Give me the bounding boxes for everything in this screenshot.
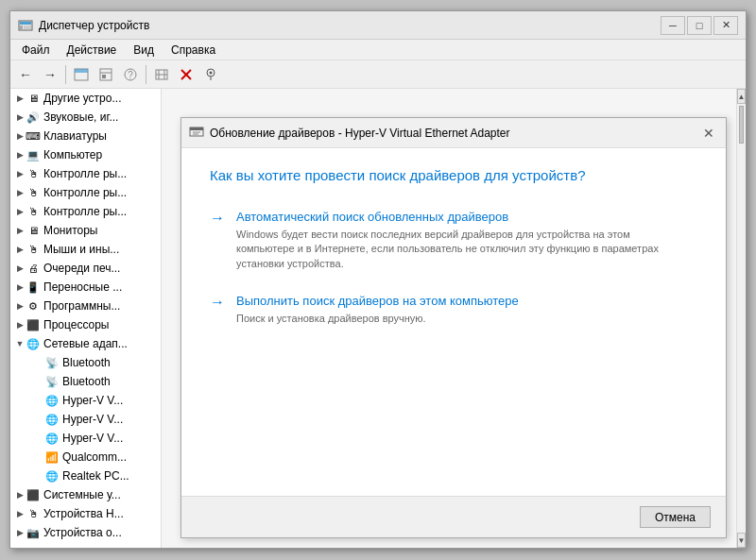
device-icon: ⬛ [26, 487, 41, 502]
menu-file[interactable]: Файл [14, 42, 58, 59]
window-title: Диспетчер устройств [39, 19, 149, 32]
auto-search-title[interactable]: Автоматический поиск обновленных драйвер… [236, 210, 662, 224]
tree-item-label: Звуковые, иг... [43, 110, 118, 124]
menu-help[interactable]: Справка [163, 42, 223, 59]
expand-icon: ▶ [14, 281, 26, 293]
device-icon: 🖱 [26, 242, 41, 257]
main-scrollbar[interactable]: ▲ ▼ [736, 89, 746, 548]
toolbar-btn-5[interactable] [199, 63, 222, 86]
expand-icon [33, 376, 44, 387]
scroll-up-button[interactable]: ▲ [737, 89, 746, 104]
tree-item-realtek[interactable]: 🌐 Realtek PC... [10, 467, 161, 485]
toolbar-btn-3[interactable]: ? [119, 63, 142, 86]
tree-item-hyperv2[interactable]: 🌐 Hyper-V V... [10, 410, 161, 429]
device-icon: 📡 [44, 355, 60, 370]
title-bar: Диспетчер устройств ─ □ ✕ [10, 11, 746, 40]
tree-item-keyboards[interactable]: ▶ ⌨ Клавиатуры [10, 127, 161, 145]
tree-item-print-queues[interactable]: ▶ 🖨 Очереди печ... [10, 259, 161, 278]
driver-update-dialog: Обновление драйверов - Hyper-V Virtual E… [180, 117, 727, 538]
tree-item-processors[interactable]: ▶ ⬛ Процессоры [10, 315, 161, 334]
tree-item-other[interactable]: ▶ 🖥 Другие устро... [10, 89, 161, 108]
auto-search-option[interactable]: → Автоматический поиск обновленных драйв… [210, 206, 697, 275]
dialog-area: Обновление драйверов - Hyper-V Virtual E… [162, 89, 736, 548]
tree-item-qualcomm[interactable]: 📶 Qualcomm... [10, 448, 161, 467]
device-icon: 📷 [26, 525, 41, 540]
scrollbar-thumb[interactable] [739, 106, 744, 144]
cancel-button[interactable]: Отмена [640, 506, 711, 528]
tree-item-portable[interactable]: ▶ 📱 Переносные ... [10, 278, 161, 297]
option1-content: Автоматический поиск обновленных драйвер… [236, 210, 662, 271]
manual-search-title[interactable]: Выполнить поиск драйверов на этом компью… [236, 294, 519, 308]
forward-button[interactable]: → [39, 63, 61, 86]
tree-item-hid[interactable]: ▶ 🖱 Устройства Н... [10, 504, 161, 523]
tree-item-network[interactable]: ▼ 🌐 Сетевые адап... [10, 334, 161, 353]
back-button[interactable]: ← [14, 63, 37, 86]
close-button[interactable]: ✕ [713, 16, 738, 35]
device-icon: 🌐 [44, 468, 60, 484]
tree-item-label: Устройства о... [43, 526, 122, 539]
svg-rect-5 [75, 69, 88, 73]
expand-icon: ▶ [14, 206, 26, 217]
dialog-body: Как вы хотите провести поиск драйверов д… [181, 148, 726, 496]
toolbar-btn-2[interactable] [94, 63, 117, 86]
tree-item-mice[interactable]: ▶ 🖱 Мыши и ины... [10, 240, 161, 259]
tree-item-computer[interactable]: ▶ 💻 Компьютер [10, 145, 161, 164]
tree-item-bluetooth1[interactable]: 📡 Bluetooth [10, 353, 161, 372]
device-icon: 🖱 [26, 506, 41, 521]
tree-item-software[interactable]: ▶ ⚙ Программны... [10, 297, 161, 315]
expand-icon: ▶ [14, 300, 26, 312]
maximize-button[interactable]: □ [687, 16, 712, 35]
menu-action[interactable]: Действие [60, 42, 125, 59]
device-icon: ⌨ [26, 128, 41, 144]
expand-icon: ▶ [14, 319, 26, 331]
expand-icon [33, 357, 44, 368]
tree-item-label: Клавиатуры [43, 129, 107, 143]
tree-item-monitors[interactable]: ▶ 🖥 Мониторы [10, 221, 161, 240]
menu-bar: Файл Действие Вид Справка [10, 40, 746, 60]
device-icon: ⬛ [26, 317, 41, 332]
tree-item-label: Мыши и ины... [43, 243, 119, 256]
svg-point-19 [210, 71, 213, 74]
expand-icon: ▶ [14, 168, 26, 179]
expand-icon: ▶ [14, 93, 26, 104]
toolbar-btn-4[interactable] [150, 63, 173, 86]
dialog-title-bar: Обновление драйверов - Hyper-V Virtual E… [181, 118, 726, 148]
dialog-title-left: Обновление драйверов - Hyper-V Virtual E… [189, 124, 510, 142]
tree-item-label: Сетевые адап... [43, 337, 128, 350]
tree-item-sound[interactable]: ▶ 🔊 Звуковые, иг... [10, 108, 161, 127]
dialog-close-button[interactable]: ✕ [699, 124, 718, 143]
tree-item-controllers3[interactable]: ▶ 🖱 Контролле ры... [10, 202, 161, 221]
tree-item-controllers2[interactable]: ▶ 🖱 Контролле ры... [10, 183, 161, 202]
expand-icon [33, 395, 44, 406]
window-controls: ─ □ ✕ [661, 16, 738, 35]
toolbar-btn-1[interactable] [70, 63, 93, 86]
main-window: Диспетчер устройств ─ □ ✕ Файл Действие … [9, 10, 747, 549]
menu-view[interactable]: Вид [126, 42, 162, 59]
manual-search-option[interactable]: → Выполнить поиск драйверов на этом комп… [210, 290, 697, 330]
arrow-icon-2: → [210, 294, 225, 311]
dialog-footer: Отмена [181, 496, 726, 537]
expand-icon [33, 433, 44, 444]
tree-item-label: Realtek PC... [62, 469, 129, 483]
minimize-button[interactable]: ─ [661, 16, 685, 35]
tree-item-label: Программны... [43, 299, 120, 313]
delete-button[interactable] [175, 63, 198, 86]
scroll-down-button[interactable]: ▼ [737, 533, 746, 548]
device-tree[interactable]: ▶ 🖥 Другие устро... ▶ 🔊 Звуковые, иг... … [10, 89, 162, 548]
device-icon: 🌐 [44, 412, 60, 427]
device-icon: 🖱 [26, 185, 41, 200]
expand-icon: ▶ [14, 263, 26, 274]
tree-item-bluetooth2[interactable]: 📡 Bluetooth [10, 372, 161, 391]
device-icon: 🖱 [26, 204, 41, 219]
tree-item-controllers1[interactable]: ▶ 🖱 Контролле ры... [10, 164, 161, 183]
tree-item-imaging[interactable]: ▶ 📷 Устройства о... [10, 523, 161, 542]
expand-icon [33, 470, 44, 482]
tree-item-system[interactable]: ▶ ⬛ Системные у... [10, 485, 161, 504]
expand-icon [33, 451, 44, 463]
tree-item-hyperv1[interactable]: 🌐 Hyper-V V... [10, 391, 161, 410]
tree-item-hyperv3[interactable]: 🌐 Hyper-V V... [10, 429, 161, 448]
driver-icon [189, 124, 204, 142]
toolbar-separator-2 [146, 65, 146, 84]
device-icon: 🌐 [26, 336, 41, 351]
device-icon: 📶 [44, 450, 60, 465]
